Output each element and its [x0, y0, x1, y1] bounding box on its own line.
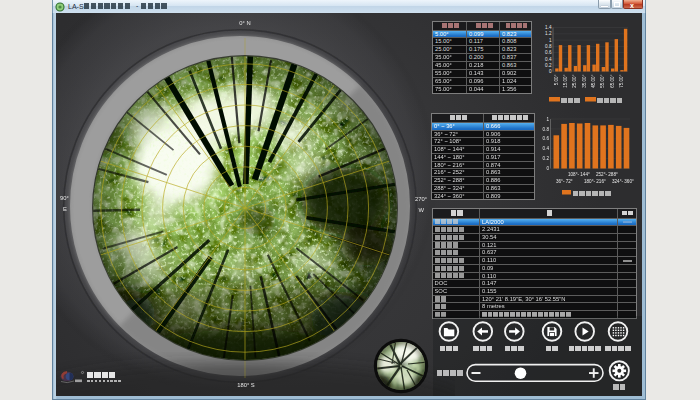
svg-text:108°- 144°: 108°- 144° — [568, 172, 590, 177]
svg-text:5.00°: 5.00° — [554, 74, 559, 85]
svg-text:180°- 216°: 180°- 216° — [584, 179, 606, 184]
svg-text:36°- 72°: 36°- 72° — [556, 179, 573, 184]
svg-text:65.00°: 65.00° — [610, 74, 615, 87]
svg-text:0.8: 0.8 — [545, 44, 552, 49]
svg-text:1: 1 — [546, 117, 549, 122]
svg-text:25.00°: 25.00° — [572, 74, 577, 87]
svg-text:35.00°: 35.00° — [582, 74, 587, 87]
svg-text:1.2: 1.2 — [545, 31, 552, 36]
svg-text:1: 1 — [549, 38, 552, 43]
svg-text:0.2: 0.2 — [543, 156, 550, 161]
svg-text:0.2: 0.2 — [545, 63, 552, 68]
svg-text:0.6: 0.6 — [543, 136, 550, 141]
svg-text:0.4: 0.4 — [545, 57, 552, 62]
svg-text:55.00°: 55.00° — [600, 74, 605, 87]
svg-text:0: 0 — [546, 166, 549, 171]
svg-text:1.4: 1.4 — [545, 25, 552, 30]
svg-text:324°- 360°: 324°- 360° — [612, 179, 634, 184]
svg-text:15.00°: 15.00° — [563, 74, 568, 87]
svg-text:0.4: 0.4 — [543, 146, 550, 151]
svg-text:45.00°: 45.00° — [591, 74, 596, 87]
svg-text:0.8: 0.8 — [543, 127, 550, 132]
svg-text:75.00°: 75.00° — [619, 74, 624, 87]
svg-text:252°- 288°: 252°- 288° — [596, 172, 618, 177]
svg-text:0.6: 0.6 — [545, 50, 552, 55]
svg-text:0: 0 — [549, 69, 552, 74]
